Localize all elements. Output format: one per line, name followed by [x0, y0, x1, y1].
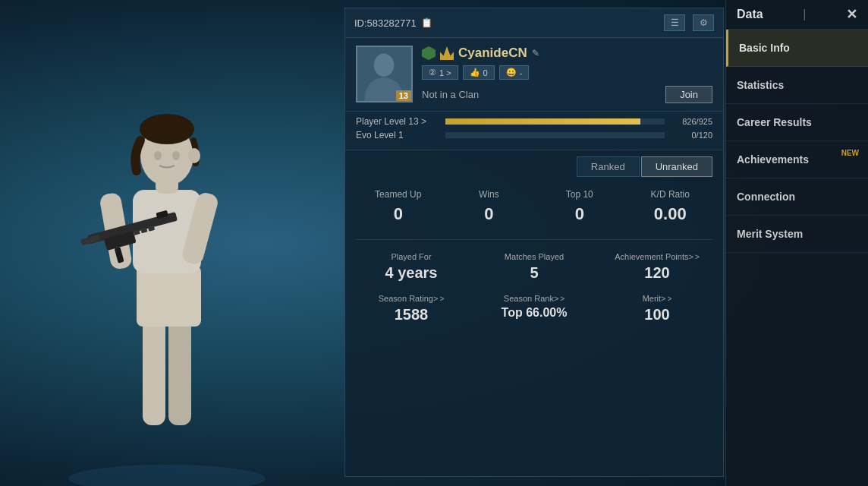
emoji-badge-btn[interactable]: 😀 - [499, 65, 530, 80]
sidebar-item-merit-system[interactable]: Merit System [726, 216, 868, 253]
stat-kd-value: 0.00 [628, 204, 713, 224]
svg-point-19 [172, 151, 180, 160]
stat-merit: Merit> 100 [602, 294, 712, 323]
player-id-text: ID:583282771 [354, 17, 417, 29]
stats-divider [356, 239, 712, 240]
sidebar-item-basic-info[interactable]: Basic Info [726, 30, 868, 67]
emoji-icon: 😀 [506, 68, 517, 77]
rank-badge-label: 1 > [439, 68, 451, 77]
sidebar-item-career-results[interactable]: Career Results [726, 104, 868, 141]
stat-merit-value: 100 [602, 306, 712, 323]
stat-matches-value: 5 [479, 264, 590, 282]
profile-name-row: CyanideCN ✎ [422, 46, 712, 61]
svg-point-0 [68, 465, 266, 486]
avatar-level-badge: 13 [396, 90, 411, 101]
copy-icon[interactable]: 📋 [421, 17, 432, 28]
main-panel: ID:583282771 📋 ☰ ⚙ [344, 8, 724, 477]
sidebar-item-merit-system-label: Merit System [737, 228, 803, 240]
stat-top10: Top 10 0 [537, 189, 622, 224]
stat-wins-value: 0 [447, 204, 532, 224]
stat-achievement: Achievement Points> 120 [602, 252, 712, 282]
stat-wins-label: Wins [447, 189, 532, 200]
sidebar-item-connection[interactable]: Connection [726, 178, 868, 216]
sidebar-divider: | [803, 8, 806, 21]
profile-info: CyanideCN ✎ ② 1 > 👍 0 😀 - [422, 46, 712, 103]
stat-merit-label[interactable]: Merit> [602, 294, 712, 303]
crown-icon [440, 46, 454, 60]
stat-season-rating-value: 1588 [356, 306, 467, 323]
close-button[interactable]: ✕ [846, 6, 857, 23]
stat-kd: K/D Ratio 0.00 [628, 189, 713, 224]
stat-matches: Matches Played 5 [479, 252, 590, 282]
rank-badge-btn[interactable]: ② 1 > [422, 65, 458, 80]
character-svg [46, 30, 288, 486]
edit-icon[interactable]: ✎ [532, 48, 539, 58]
stat-season-rating: Season Rating> 1588 [356, 294, 467, 323]
progress-section: Player Level 13 > 826/925 Evo Level 1 0/… [345, 112, 723, 150]
player-level-value: 826/925 [671, 117, 712, 126]
stat-achievement-value: 120 [602, 264, 712, 282]
sidebar-item-statistics-label: Statistics [737, 79, 784, 91]
svg-point-20 [188, 148, 200, 163]
shield-icon [422, 46, 436, 60]
clan-row: Not in a Clan Join [422, 86, 712, 103]
stat-matches-label: Matches Played [479, 252, 590, 261]
stat-top10-label: Top 10 [537, 189, 622, 200]
settings-icon-btn[interactable]: ⚙ [693, 14, 714, 31]
sidebar-item-career-results-label: Career Results [737, 116, 812, 128]
stat-kd-label: K/D Ratio [628, 189, 713, 200]
svg-point-22 [374, 54, 395, 77]
svg-rect-2 [168, 319, 191, 425]
stat-teamed-up-value: 0 [356, 204, 441, 224]
unranked-tab[interactable]: Unranked [641, 156, 712, 177]
profile-section: 13 CyanideCN ✎ ② 1 > 👍 0 [345, 38, 723, 112]
sidebar-item-basic-info-label: Basic Info [739, 42, 790, 54]
svg-point-18 [154, 151, 162, 160]
tabs-row: Ranked Unranked [345, 150, 723, 177]
stat-played-for: Played For 4 years [356, 252, 467, 282]
like-badge-btn[interactable]: 👍 0 [463, 65, 495, 80]
panel-header: ID:583282771 📋 ☰ ⚙ [345, 8, 723, 38]
stat-season-rating-label[interactable]: Season Rating> [356, 294, 467, 303]
sidebar-item-statistics[interactable]: Statistics [726, 67, 868, 104]
ranked-tab[interactable]: Ranked [577, 156, 640, 177]
evo-level-row: Evo Level 1 0/120 [356, 130, 712, 140]
profile-badges: ② 1 > 👍 0 😀 - [422, 65, 712, 80]
stats-bottom-grid: Played For 4 years Matches Played 5 Achi… [356, 252, 712, 282]
sidebar-title: Data [737, 8, 763, 21]
stat-season-rank-label[interactable]: Season Rank> [479, 294, 590, 303]
emoji-label: - [520, 68, 523, 77]
character-area [0, 0, 349, 486]
panel-id: ID:583282771 📋 [354, 17, 432, 29]
gear-icon: ⚙ [700, 17, 708, 28]
stats-section: Teamed Up 0 Wins 0 Top 10 0 K/D Ratio 0.… [345, 177, 723, 336]
svg-rect-3 [137, 266, 201, 327]
stat-achievement-label[interactable]: Achievement Points> [602, 252, 712, 261]
evo-level-label: Evo Level 1 [356, 130, 439, 140]
sidebar-item-achievements-label: Achievements [737, 153, 809, 166]
profile-name: CyanideCN [458, 46, 527, 61]
contacts-icon-btn[interactable]: ☰ [664, 14, 685, 31]
player-level-fill [445, 118, 640, 125]
sidebar-item-connection-label: Connection [737, 191, 795, 203]
avatar-container: 13 [356, 46, 413, 103]
stat-teamed-up: Teamed Up 0 [356, 189, 441, 224]
stat-top10-value: 0 [537, 204, 622, 224]
sidebar-item-achievements[interactable]: Achievements NEW [726, 141, 868, 178]
clan-text: Not in a Clan [422, 89, 479, 100]
contacts-icon: ☰ [671, 17, 679, 28]
player-level-row: Player Level 13 > 826/925 [356, 116, 712, 127]
sidebar-header: Data | ✕ [726, 0, 868, 30]
stat-played-for-label: Played For [356, 252, 467, 261]
stat-season-rank-value: Top 66.00% [479, 306, 590, 320]
player-level-bar [445, 118, 665, 125]
stats-top-grid: Teamed Up 0 Wins 0 Top 10 0 K/D Ratio 0.… [356, 189, 712, 224]
evo-level-bar [445, 132, 665, 138]
svg-point-17 [140, 114, 194, 144]
profile-top: 13 CyanideCN ✎ ② 1 > 👍 0 [356, 46, 712, 103]
stats-bottom-row2: Season Rating> 1588 Season Rank> Top 66.… [356, 294, 712, 323]
like-icon: 👍 [470, 68, 480, 77]
stat-teamed-up-label: Teamed Up [356, 189, 441, 200]
new-badge: NEW [841, 149, 859, 157]
join-clan-button[interactable]: Join [665, 86, 712, 103]
